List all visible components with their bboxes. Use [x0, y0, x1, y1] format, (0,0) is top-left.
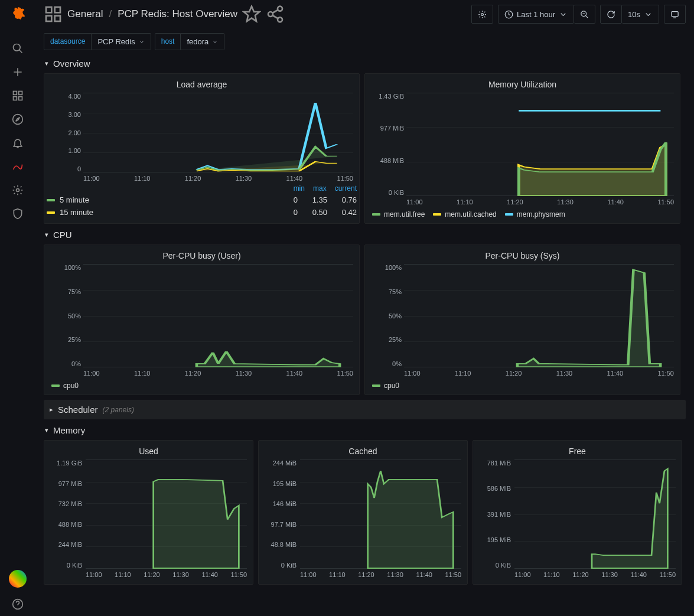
panel-title: Free: [473, 444, 682, 459]
avatar[interactable]: [9, 570, 27, 588]
svg-rect-9: [46, 7, 51, 12]
page-title: PCP Redis: Host Overview: [118, 8, 237, 20]
svg-rect-12: [55, 16, 60, 21]
breadcrumb: General / PCP Redis: Host Overview: [67, 8, 237, 20]
refresh-interval-label: 10s: [628, 10, 640, 19]
cycle-view-button[interactable]: [664, 5, 686, 24]
chevron-down-icon: ▾: [45, 60, 48, 67]
panel-title: Per-CPU busy (User): [44, 249, 359, 264]
refresh-button[interactable]: [600, 5, 622, 24]
time-picker-button[interactable]: Last 1 hour: [498, 5, 574, 24]
svg-point-16: [481, 13, 484, 15]
chart-plot[interactable]: [404, 264, 674, 367]
row-memory-toggle[interactable]: ▾Memory: [44, 419, 686, 440]
template-variables: datasource PCP Redis host fedora: [35, 28, 694, 53]
topbar: General / PCP Redis: Host Overview Last …: [35, 0, 694, 28]
legend: cpu0: [365, 378, 680, 390]
legend-table: minmaxcurrent 5 minute01.350.76 15 minut…: [44, 183, 359, 219]
svg-rect-2: [14, 92, 17, 95]
svg-rect-4: [14, 97, 17, 100]
gear-icon[interactable]: [6, 178, 30, 202]
apps-icon[interactable]: [6, 84, 30, 107]
bell-icon[interactable]: [6, 131, 30, 155]
panel-memory-utilization[interactable]: Memory Utilization 1.43 GiB977 MiB488 Mi…: [364, 73, 680, 224]
refresh-interval-button[interactable]: 10s: [622, 5, 659, 24]
svg-point-1: [14, 44, 21, 51]
breadcrumb-folder[interactable]: General: [67, 8, 103, 20]
legend-row[interactable]: 5 minute01.350.76: [44, 194, 359, 206]
chart-plot[interactable]: [514, 459, 676, 569]
panel-mem-cached[interactable]: Cached 244 MiB195 MiB146 MiB97.7 MiB48.8…: [258, 440, 468, 585]
settings-button[interactable]: [471, 5, 493, 24]
var-host-label: host: [155, 33, 181, 50]
panel-grid-icon[interactable]: [44, 5, 63, 24]
star-icon[interactable]: [242, 5, 261, 24]
panel-cpu-sys[interactable]: Per-CPU busy (Sys) 100%75%50%25%0% 11:00…: [364, 245, 680, 395]
chevron-down-icon: ▾: [45, 426, 48, 434]
svg-rect-19: [672, 11, 678, 16]
panel-title: Load average: [44, 77, 359, 93]
svg-rect-3: [19, 92, 22, 95]
svg-rect-5: [19, 97, 22, 100]
panel-mem-used[interactable]: Used 1.19 GiB977 MiB732 MiB488 MiB244 Mi…: [44, 440, 253, 585]
grafana-logo[interactable]: [8, 6, 27, 25]
legend: cpu0: [44, 378, 359, 390]
zoom-out-button[interactable]: [574, 5, 595, 24]
sidenav: [0, 0, 35, 616]
svg-point-6: [13, 115, 23, 125]
svg-rect-11: [46, 16, 51, 21]
svg-rect-10: [55, 7, 60, 12]
panel-mem-free[interactable]: Free 781 MiB586 MiB391 MiB195 MiB0 KiB 1…: [473, 440, 682, 585]
chart-plot[interactable]: [406, 93, 674, 196]
row-scheduler-toggle[interactable]: ▸Scheduler(2 panels): [44, 400, 686, 419]
plus-icon[interactable]: [6, 60, 30, 84]
pcp-icon[interactable]: [6, 155, 30, 178]
panel-title: Memory Utilization: [365, 77, 680, 93]
legend-row[interactable]: 15 minute00.500.42: [44, 206, 359, 219]
chevron-right-icon: ▸: [50, 406, 53, 413]
svg-point-13: [278, 6, 282, 11]
var-datasource-label: datasource: [44, 33, 92, 50]
legend: mem.util.free mem.util.cached mem.physme…: [365, 207, 680, 219]
panel-cpu-user[interactable]: Per-CPU busy (User) 100%75%50%25%0% 11:0…: [44, 245, 360, 395]
var-host-select[interactable]: fedora: [181, 33, 224, 50]
search-icon[interactable]: [6, 37, 30, 60]
var-datasource-select[interactable]: PCP Redis: [92, 33, 151, 50]
chart-plot[interactable]: [300, 459, 461, 569]
compass-icon[interactable]: [6, 107, 30, 131]
svg-point-14: [268, 12, 273, 17]
panel-title: Used: [44, 444, 253, 459]
help-icon[interactable]: [6, 592, 30, 616]
svg-point-7: [17, 189, 19, 192]
panel-load-average[interactable]: Load average 4.003.002.001.000 11:0011:1…: [44, 73, 360, 224]
panel-title: Per-CPU busy (Sys): [365, 249, 680, 264]
chart-plot[interactable]: [83, 93, 353, 172]
chart-plot[interactable]: [86, 459, 247, 569]
svg-point-15: [278, 17, 282, 22]
chevron-down-icon: ▾: [45, 231, 48, 239]
chart-plot[interactable]: [83, 264, 353, 367]
row-cpu-toggle[interactable]: ▾CPU: [44, 224, 686, 245]
share-icon[interactable]: [266, 5, 285, 24]
row-overview-toggle[interactable]: ▾Overview: [44, 53, 686, 73]
shield-icon[interactable]: [6, 202, 30, 226]
time-picker-label: Last 1 hour: [517, 10, 555, 19]
panel-title: Cached: [259, 444, 467, 459]
